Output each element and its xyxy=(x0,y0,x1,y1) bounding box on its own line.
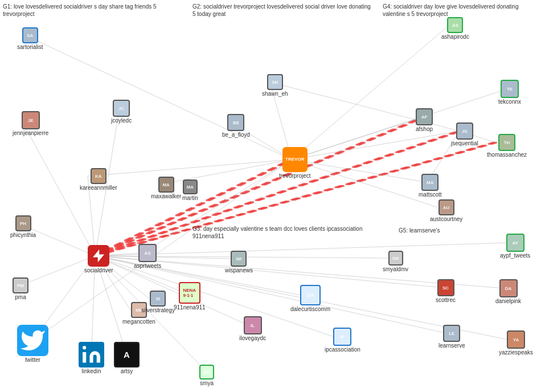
node-artsy[interactable]: Aartsy xyxy=(114,342,140,374)
node-label-phicynthia: phicynthia xyxy=(10,232,36,238)
node-label-scottrec: scottrec xyxy=(436,297,456,303)
node-linkedin[interactable]: linkedin xyxy=(79,342,104,374)
node-scottrec[interactable]: SCscottrec xyxy=(436,279,456,303)
node-ipcassociation[interactable]: IPipcassociation xyxy=(325,328,360,353)
node-avatar-shawn_eh: SH xyxy=(267,74,283,90)
node-wispanews[interactable]: WIwispanews xyxy=(225,251,253,273)
group-label-g1: G1: love lovesdelivered socialdriver s d… xyxy=(3,3,185,18)
node-label-austcourtney: austcourtney xyxy=(430,216,462,222)
svg-point-55 xyxy=(83,346,86,349)
node-avatar-asprtweets: AS xyxy=(138,244,157,262)
node-avatar-yazziespeaks: YA xyxy=(507,330,525,349)
node-pma[interactable]: PMpma xyxy=(13,277,28,300)
node-avatar-linkedin xyxy=(79,342,104,368)
node-avatar-aypf_tweets: AY xyxy=(506,234,524,252)
node-mattscott[interactable]: MAmattscott xyxy=(419,174,442,198)
node-learnserve[interactable]: LElearnserve xyxy=(438,325,465,349)
node-avatar-911nena911: NENA9·1·1 xyxy=(179,282,200,304)
node-avatar-be_a_floyd: BE xyxy=(227,114,244,131)
node-label-jennjeanpierre: jennjeanpierre xyxy=(13,130,48,136)
node-asprtweets[interactable]: ASasprtweets xyxy=(134,244,161,269)
node-label-artsy: artsy xyxy=(121,368,133,374)
node-smya[interactable]: SMsmya xyxy=(199,365,214,386)
node-shawn_eh[interactable]: SHshawn_eh xyxy=(262,74,288,97)
node-avatar-jcoyledc: JC xyxy=(113,100,130,117)
node-austcourtney[interactable]: AUaustcourtney xyxy=(430,199,462,222)
node-avatar-ipcassociation: IP xyxy=(333,328,351,346)
node-avatar-twitter xyxy=(17,325,48,356)
node-avatar-smya: SM xyxy=(199,365,214,379)
node-avatar-danielpink: DA xyxy=(499,279,518,297)
node-label-asprtweets: asprtweets xyxy=(134,263,161,269)
node-label-socialdriver: socialdriver xyxy=(84,267,113,273)
node-label-thomassanchez: thomassanchez xyxy=(487,152,527,158)
node-label-dalecurtiscomm: dalecurtiscomm xyxy=(290,306,330,312)
node-label-ashapirodc: ashapirodc xyxy=(441,34,469,40)
node-label-pma: pma xyxy=(15,294,26,300)
node-ilovegaydc[interactable]: ILilovegaydc xyxy=(239,316,266,341)
node-dalecurtiscomm[interactable]: DAdalecurtiscomm xyxy=(290,285,330,312)
group-label-g5: G5: learnserve's xyxy=(399,227,440,234)
node-label-smya: smya xyxy=(200,380,214,386)
group-label-g2: G2: socialdriver trevorproject lovesdeli… xyxy=(192,3,375,18)
node-label-shawn_eh: shawn_eh xyxy=(262,91,288,97)
node-911nena911[interactable]: NENA9·1·1911nena911 xyxy=(174,282,206,311)
node-label-be_a_floyd: be_a_floyd xyxy=(222,132,250,138)
node-ashapirodc[interactable]: ASashapirodc xyxy=(441,17,469,40)
node-avatar-thomassanchez: TH xyxy=(498,134,515,151)
node-avatar-martin: MA xyxy=(183,179,198,194)
node-tekconnx[interactable]: TEtekconnx xyxy=(498,80,521,105)
node-avatar-phicynthia: PH xyxy=(15,215,31,231)
network-graph: G1: love lovesdelivered socialdriver s d… xyxy=(0,0,541,392)
node-trevorproject[interactable]: TREVORtrevorproject xyxy=(279,147,311,179)
node-label-ipcassociation: ipcassociation xyxy=(325,346,360,353)
node-jcoyledc[interactable]: JCjcoyledc xyxy=(111,100,132,124)
node-label-danielpink: danielpink xyxy=(495,298,521,304)
node-label-jcoyledc: jcoyledc xyxy=(111,117,132,124)
svg-line-19 xyxy=(292,160,427,182)
node-label-mattscott: mattscott xyxy=(419,191,442,198)
node-jsequential[interactable]: JSjsequential xyxy=(451,122,478,146)
node-smyaldmv[interactable]: SMsmyaldmv xyxy=(383,251,408,272)
node-kareeannmiller[interactable]: KAkareeannmiller xyxy=(80,168,117,191)
node-jennjeanpierre[interactable]: JEjennjeanpierre xyxy=(13,111,48,136)
node-avatar-trevorproject: TREVOR xyxy=(282,147,308,172)
node-avatar-dalecurtiscomm: DA xyxy=(300,285,321,305)
node-avatar-learnserve: LE xyxy=(443,325,460,342)
node-label-wispanews: wispanews xyxy=(225,267,253,273)
node-phicynthia[interactable]: PHphicynthia xyxy=(10,215,36,238)
node-aypf_tweets[interactable]: AYaypf_tweets xyxy=(500,234,530,259)
node-avatar-kareeannmiller: KA xyxy=(91,168,106,184)
node-avatar-smyaldmv: SM xyxy=(388,251,403,266)
node-avatar-artsy: A xyxy=(114,342,140,368)
node-thomassanchez[interactable]: THthomassanchez xyxy=(487,134,527,158)
svg-line-51 xyxy=(25,35,292,160)
node-avatar-scottrec: SC xyxy=(437,279,454,296)
group-label-g3: G3: day especially valentine s team dcc … xyxy=(192,225,375,240)
node-danielpink[interactable]: DAdanielpink xyxy=(495,279,521,304)
svg-line-17 xyxy=(292,131,460,160)
node-silverstrategy[interactable]: SIsilverstrategy xyxy=(141,291,175,313)
node-avatar-ashapirodc: AS xyxy=(447,17,463,33)
node-label-megancotten: megancotten xyxy=(122,318,155,325)
node-avatar-silverstrategy: SI xyxy=(150,291,166,307)
node-avatar-socialdriver xyxy=(88,245,109,267)
node-twitter[interactable]: twitter xyxy=(17,325,48,363)
node-afshop[interactable]: AFafshop xyxy=(416,108,433,132)
node-label-afshop: afshop xyxy=(416,126,433,132)
node-maxawalker[interactable]: MAmaxawalker xyxy=(151,177,181,199)
node-label-learnserve: learnserve xyxy=(438,342,465,349)
node-label-martin: martin xyxy=(182,195,198,201)
node-martin[interactable]: MAmartin xyxy=(182,179,198,201)
svg-line-34 xyxy=(292,160,438,207)
node-avatar-jennjeanpierre: JE xyxy=(22,111,40,129)
node-label-911nena911: 911nena911 xyxy=(174,304,206,311)
node-avatar-mattscott: MA xyxy=(421,174,438,191)
node-socialdriver[interactable]: socialdriver xyxy=(84,245,113,273)
node-avatar-ilovegaydc: IL xyxy=(244,316,262,334)
node-avatar-wispanews: WI xyxy=(231,251,247,267)
node-yazziespeaks[interactable]: YAyazziespeaks xyxy=(499,330,533,356)
node-be_a_floyd[interactable]: BEbe_a_floyd xyxy=(222,114,250,138)
node-sartorialist[interactable]: SAsartorialist xyxy=(17,27,43,50)
node-label-tekconnx: tekconnx xyxy=(498,99,521,105)
